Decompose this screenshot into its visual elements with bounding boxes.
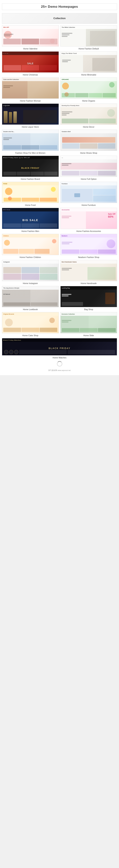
demo-item-bag[interactable]: Landing Bag Bag Shop [61,286,117,311]
demo-label-shoes: Home Shoes Shop [80,152,97,154]
nav-bar: Children [2,234,58,238]
demo-item-slide[interactable]: Exclusive Collection Home Sli [61,312,117,337]
loading-spinner [57,361,62,367]
demo-thumb-fashion-men[interactable]: BIG SALE BIG SALE [2,208,59,229]
demo-item-shoes[interactable]: Sneakers Belt Home Shoes Shop [61,130,117,154]
demo-item-instagram[interactable]: Instagram Home Instagram [2,260,59,284]
demo-thumb-slide[interactable]: Exclusive Collection [61,312,117,333]
demo-item-furniture[interactable]: Furniture Home Furniture [61,182,117,206]
demo-thumb-full-option[interactable]: — [61,156,117,177]
collection-banner[interactable]: Collection [2,13,117,24]
demo-item-men-women[interactable]: Double shot No... Fashion Sho [2,130,59,154]
demo-label-men-women: Fashion Shop For Men & Women [15,152,46,154]
nav-bar: Double shot No... [2,130,58,133]
demo-thumb-christmas[interactable]: — — — SALE [2,51,59,72]
demo-thumb-watches[interactable]: Black Friday Watches BLACK FRIDAY [2,338,117,355]
demo-label-decor: Home Decor [83,126,94,128]
demo-thumb-accessories[interactable]: Accessories Sale Off60% [61,208,117,229]
demo-label-valentine: Home Valentine [23,48,38,50]
demo-thumb-instagram[interactable]: Instagram [2,260,59,281]
demo-item-handmade[interactable]: Best Handmade Claims Home Handmade [61,260,117,284]
demo-item-organic[interactable]: ORGANIC Home Organic [61,78,117,102]
nav-bar: Black Friday Save up to 70% off [2,156,58,159]
demo-item-valentine[interactable]: 50% OFF [2,25,59,50]
demo-item-children[interactable]: Children Home Fashion Children [2,234,59,258]
demo-label-instagram: Home Instagram [23,282,38,284]
nav-bar: BIG SALE [2,208,58,212]
demo-thumb-bag[interactable]: Landing Bag [61,286,117,307]
demo-thumb-newborn[interactable]: Newborn [61,234,117,255]
collection-banner-text: Collection [53,17,66,20]
demo-thumb-organic[interactable]: ORGANIC [61,78,117,99]
nav-bar: Original Brownie [2,312,58,316]
demo-item-food[interactable]: FOOD Home Food [2,182,59,206]
demo-label-accessories: Home Fashion Accessories [76,230,101,232]
nav-bar: Accessories [61,208,117,212]
demo-label-fashion-men: Home Fashion Men [22,230,39,232]
nav-bar: FOOD [2,182,58,185]
demo-item-full-option[interactable]: — Home Full Option [61,156,117,180]
nav-bar: Landing Bag [61,286,117,290]
nav-bar: The White Collection [61,26,117,29]
nav-bar: 50% OFF [2,26,58,29]
demo-label-bag: Bag Shop [84,308,93,311]
nav-bar: Best Handmade Claims [61,260,117,264]
demo-thumb-furniture[interactable]: Furniture [61,182,117,203]
demo-item-minimalist[interactable]: Enjoy The Winter Trend Home Minimalist [61,51,117,76]
demo-item-fashion-woman[interactable]: Color and life Collection Home Fashion W… [2,78,59,102]
nav-bar: Instagram [2,260,58,264]
demo-thumb-brand[interactable]: Black Friday Save up to 70% off BLACK FR… [2,156,59,177]
nav-bar: — [61,156,117,159]
demo-thumb-valentine[interactable]: 50% OFF [2,25,59,46]
demo-thumb-shoes[interactable]: Sneakers Belt [61,130,117,151]
demo-item-fashion-default[interactable]: The White Collection Home Fashion Defaul… [61,25,117,50]
demo-label-full-option: Home Full Option [81,178,97,180]
demo-item-watches[interactable]: Black Friday Watches BLACK FRIDAY Home W… [2,338,117,359]
demo-item-decor[interactable]: Develop Eco Friendly Items [61,103,117,128]
demo-item-accessories[interactable]: Accessories Sale Off60% Home Fashion Acc… [61,208,117,232]
demo-thumb-men-women[interactable]: Double shot No... [2,130,59,151]
demo-item-newborn[interactable]: Newborn Newborn [61,234,117,258]
demo-thumb-minimalist[interactable]: Enjoy The Winter Trend [61,51,117,72]
nav-bar: Sneakers Belt [61,130,117,133]
demo-label-slide: Home Slide [84,334,94,337]
nav-bar: Enjoy The Winter Trend [61,52,117,55]
demo-thumb-children[interactable]: Children [2,234,59,255]
demo-thumb-liquor[interactable]: LIQUOR [2,103,59,125]
demo-label-organic: Home Organic [82,100,95,102]
demo-thumb-fashion-default[interactable]: The White Collection [61,25,117,46]
demo-thumb-decor[interactable]: Develop Eco Friendly Items [61,103,117,125]
page-wrapper: 25+ Demo Homepages Collection 50% OFF [0,0,119,375]
nav-bar: Develop Eco Friendly Items [61,104,117,107]
nav-bar: — — — [2,52,58,55]
demo-item-brand[interactable]: Black Friday Save up to 70% off BLACK FR… [2,156,59,180]
demo-label-food: Home Food [25,204,35,206]
demo-label-liquor: Home Liquor Store [22,126,39,128]
demo-label-furniture: Home Furniture [82,204,96,206]
demo-thumb-handmade[interactable]: Best Handmade Claims [61,260,117,281]
demo-item-christmas[interactable]: — — — SALE Home Christmas [2,51,59,76]
demo-item-cake[interactable]: Original Brownie Home Cake Shop [2,312,59,337]
demo-label-lookbook: Home Lookbook [23,308,38,311]
demo-thumb-food[interactable]: FOOD [2,182,59,203]
nav-bar: Exclusive Collection [61,312,117,316]
demo-label-cake: Home Cake Shop [22,334,38,337]
demo-item-liquor[interactable]: LIQUOR Home Liquor Store [2,103,59,128]
demo-thumb-lookbook[interactable]: The dog farmers lifestyle All Natural [2,286,59,307]
demo-item-fashion-men[interactable]: BIG SALE BIG SALE Home Fashion Men [2,208,59,232]
demo-label-newborn: Newborn Fashion Shop [78,256,99,258]
demo-label-watches: Home Watches [53,356,66,359]
demo-item-lookbook[interactable]: The dog farmers lifestyle All Natural Ho… [2,286,59,311]
demo-label-children: Home Fashion Children [20,256,41,258]
page-title: 25+ Demo Homepages [2,3,117,10]
demo-thumb-cake[interactable]: Original Brownie [2,312,59,333]
demo-label-fashion-woman: Home Fashion Woman [20,100,41,102]
loader-section [2,361,117,367]
demo-label-handmade: Home Handmade [81,282,97,284]
watermark: 阿气素材网 www.aqsucai.net [2,369,117,372]
nav-bar: Black Friday Watches [2,338,117,342]
nav-bar: ORGANIC [61,78,117,81]
nav-bar: LIQUOR [2,104,58,107]
demo-thumb-fashion-woman[interactable]: Color and life Collection [2,78,59,99]
demo-label-minimalist: Home Minimalist [81,73,96,76]
